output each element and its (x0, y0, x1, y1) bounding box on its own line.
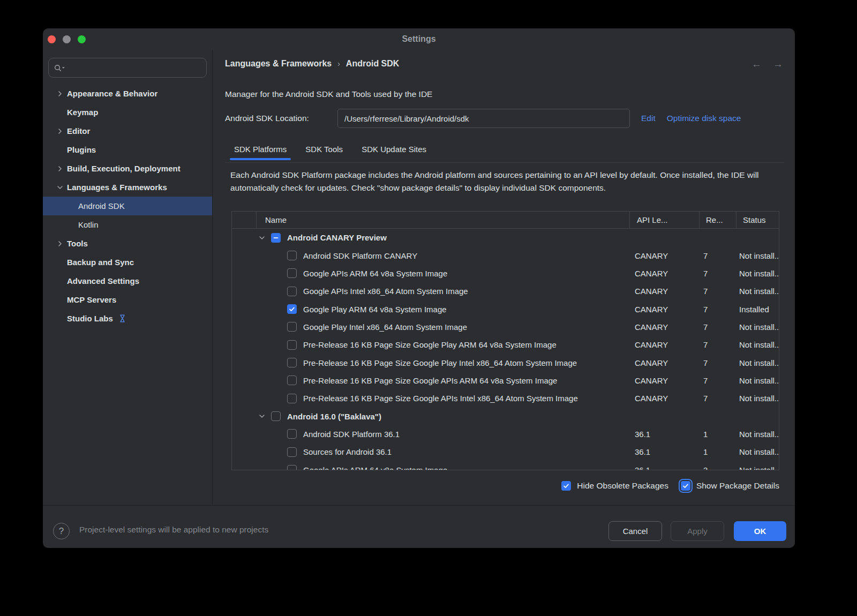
revision-cell: 7 (699, 340, 736, 349)
sidebar-item-editor[interactable]: Editor (43, 122, 212, 140)
sidebar-item-keymap[interactable]: Keymap (43, 103, 212, 122)
package-checkbox[interactable] (271, 233, 281, 243)
column-header-name: Name (256, 212, 629, 228)
back-arrow-icon[interactable]: ← (751, 58, 762, 70)
chevron-down-icon[interactable] (56, 183, 64, 192)
status-cell: Not install... (736, 430, 779, 439)
package-checkbox[interactable] (287, 375, 297, 385)
tab-sdk-tools[interactable]: SDK Tools (301, 141, 347, 158)
sidebar-item-appearance-behavior[interactable]: Appearance & Behavior (43, 84, 212, 103)
api-level-cell: CANARY (629, 340, 699, 349)
api-level-cell: 36.1 (629, 447, 699, 456)
edit-link[interactable]: Edit (641, 114, 656, 123)
breadcrumb-android-sdk: Android SDK (346, 59, 400, 69)
table-row-google-play-intel-x86-64-atom-system-image[interactable]: Google Play Intel x86_64 Atom System Ima… (232, 318, 779, 336)
table-row-pre-release-16-kb-page-size-google-play-intel-x86-64-atom-system-image[interactable]: Pre-Release 16 KB Page Size Google Play … (232, 354, 779, 371)
forward-arrow-icon[interactable]: → (773, 58, 783, 70)
tab-sdk-platforms[interactable]: SDK Platforms (230, 141, 291, 158)
column-header-revision: Re... (699, 212, 736, 228)
package-checkbox[interactable] (287, 447, 297, 457)
minimize-window-button[interactable] (63, 35, 71, 43)
package-name: Android 16.0 ("Baklava") (287, 412, 381, 421)
api-level-cell: CANARY (629, 394, 699, 403)
chevron-spacer (67, 221, 76, 229)
chevron-down-icon[interactable] (258, 234, 266, 242)
chevron-spacer (56, 146, 64, 154)
status-cell: Not install... (736, 465, 779, 470)
sidebar-item-kotlin[interactable]: Kotlin (43, 215, 212, 234)
chevron-right-icon[interactable] (56, 239, 64, 248)
close-window-button[interactable] (48, 35, 56, 43)
table-row-pre-release-16-kb-page-size-google-play-arm-64-v8a-system-image[interactable]: Pre-Release 16 KB Page Size Google Play … (232, 336, 779, 354)
table-row-google-apis-intel-x86-64-atom-system-image[interactable]: Google APIs Intel x86_64 Atom System Ima… (232, 282, 779, 300)
package-checkbox[interactable] (287, 358, 297, 367)
package-checkbox[interactable] (287, 429, 297, 439)
package-checkbox[interactable] (287, 394, 297, 403)
titlebar: Settings (43, 28, 795, 50)
settings-search-box[interactable] (48, 58, 207, 78)
sidebar-item-languages-frameworks[interactable]: Languages & Frameworks (43, 178, 212, 197)
zoom-window-button[interactable] (78, 35, 86, 43)
sidebar-item-backup-and-sync[interactable]: Backup and Sync (43, 253, 212, 272)
revision-cell: 7 (699, 358, 736, 367)
column-header-empty (232, 212, 256, 228)
table-row-sources-for-android-36-1[interactable]: Sources for Android 36.136.11Not install… (232, 443, 779, 461)
sidebar-item-studio-labs[interactable]: Studio Labs (43, 309, 212, 328)
cancel-button[interactable]: Cancel (608, 521, 662, 541)
package-checkbox[interactable] (271, 411, 281, 421)
sidebar-item-tools[interactable]: Tools (43, 234, 212, 253)
sidebar-item-mcp-servers[interactable]: MCP Servers (43, 290, 212, 309)
name-cell: Google APIs ARM 64 v8a System Image (232, 465, 629, 470)
sdk-location-input[interactable] (337, 109, 630, 128)
revision-cell: 7 (699, 394, 736, 403)
table-row-google-play-arm-64-v8a-system-image[interactable]: Google Play ARM 64 v8a System ImageCANAR… (232, 300, 779, 318)
revision-cell: 3 (699, 465, 736, 470)
package-checkbox[interactable] (287, 340, 297, 350)
package-checkbox[interactable] (287, 287, 297, 296)
table-row-android-canary-preview[interactable]: Android CANARY Preview (232, 229, 779, 246)
help-icon[interactable]: ? (53, 523, 70, 539)
option-show-package-details[interactable]: Show Package Details (681, 481, 779, 491)
table-row-android-sdk-platform-36-1[interactable]: Android SDK Platform 36.136.11Not instal… (232, 425, 779, 443)
table-row-google-apis-arm-64-v8a-system-image[interactable]: Google APIs ARM 64 v8a System ImageCANAR… (232, 265, 779, 282)
table-row-pre-release-16-kb-page-size-google-apis-intel-x86-64-atom-system-image[interactable]: Pre-Release 16 KB Page Size Google APIs … (232, 389, 779, 407)
ok-button[interactable]: OK (734, 521, 786, 541)
table-row-android-sdk-platform-canary[interactable]: Android SDK Platform CANARYCANARY7Not in… (232, 246, 779, 264)
search-input[interactable] (69, 63, 201, 72)
status-cell: Not install... (736, 358, 779, 367)
package-checkbox[interactable] (287, 268, 297, 278)
footer-hint: Project-level settings will be applied t… (79, 525, 268, 535)
name-cell: Pre-Release 16 KB Page Size Google Play … (232, 358, 629, 367)
package-name: Google Play Intel x86_64 Atom System Ima… (303, 322, 467, 332)
history-nav: ← → (751, 58, 783, 70)
package-checkbox[interactable] (287, 304, 297, 314)
sidebar-item-label: Editor (67, 126, 90, 136)
optimize-disk-space-link[interactable]: Optimize disk space (667, 114, 741, 123)
option-hide-obsolete-packages[interactable]: Hide Obsolete Packages (561, 481, 668, 491)
breadcrumb-languages-frameworks[interactable]: Languages & Frameworks (225, 59, 332, 69)
hide-obsolete-packages-checkbox[interactable] (561, 481, 571, 491)
sidebar-tree: Appearance & BehaviorKeymapEditorPlugins… (43, 84, 212, 328)
package-checkbox[interactable] (287, 251, 297, 260)
table-row-android-16-0-baklava[interactable]: Android 16.0 ("Baklava") (232, 407, 779, 425)
apply-button[interactable]: Apply (671, 521, 724, 541)
chevron-right-icon[interactable] (56, 164, 64, 173)
api-level-cell: CANARY (629, 287, 699, 296)
table-row-google-apis-arm-64-v8a-system-image[interactable]: Google APIs ARM 64 v8a System Image36.13… (232, 461, 779, 470)
breadcrumb: Languages & Frameworks › Android SDK (225, 59, 399, 69)
name-cell: Android SDK Platform 36.1 (232, 429, 629, 439)
show-package-details-checkbox[interactable] (681, 481, 690, 491)
tab-sdk-update-sites[interactable]: SDK Update Sites (357, 141, 431, 158)
chevron-right-icon[interactable] (56, 89, 64, 98)
sidebar-item-android-sdk[interactable]: Android SDK (43, 197, 212, 215)
package-checkbox[interactable] (287, 322, 297, 332)
chevron-right-icon[interactable] (56, 127, 64, 136)
chevron-down-icon[interactable] (258, 412, 266, 420)
sidebar-item-plugins[interactable]: Plugins (43, 140, 212, 159)
table-row-pre-release-16-kb-page-size-google-apis-arm-64-v8a-system-image[interactable]: Pre-Release 16 KB Page Size Google APIs … (232, 372, 779, 389)
sidebar-item-advanced-settings[interactable]: Advanced Settings (43, 272, 212, 290)
package-checkbox[interactable] (287, 465, 297, 470)
column-header-api-level: API Le... (629, 212, 699, 228)
package-name: Pre-Release 16 KB Page Size Google APIs … (303, 394, 578, 403)
sidebar-item-build-execution-deployment[interactable]: Build, Execution, Deployment (43, 159, 212, 178)
